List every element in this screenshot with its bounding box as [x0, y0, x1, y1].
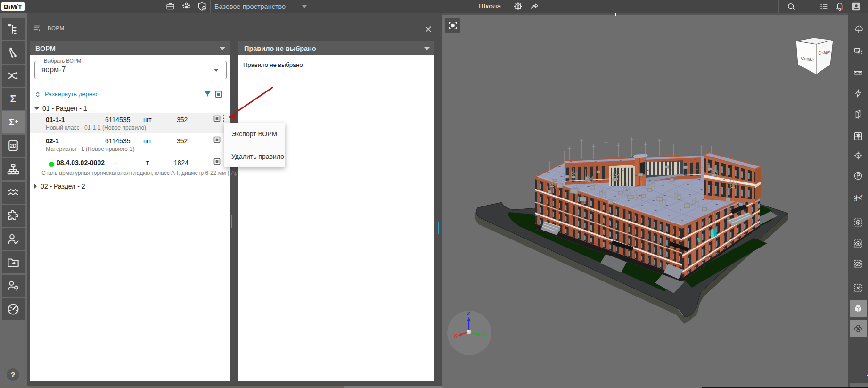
svg-text:Y: Y: [483, 332, 486, 338]
svg-text:X: X: [454, 333, 458, 338]
svg-text:2: 2: [861, 193, 862, 196]
svg-text:Σ: Σ: [8, 117, 14, 127]
svg-text:Σ: Σ: [10, 93, 16, 105]
svg-text:Z: Z: [467, 311, 470, 316]
svg-text:2D: 2D: [10, 143, 16, 149]
svg-text:+: +: [15, 118, 18, 124]
svg-text:1: 1: [854, 198, 856, 201]
